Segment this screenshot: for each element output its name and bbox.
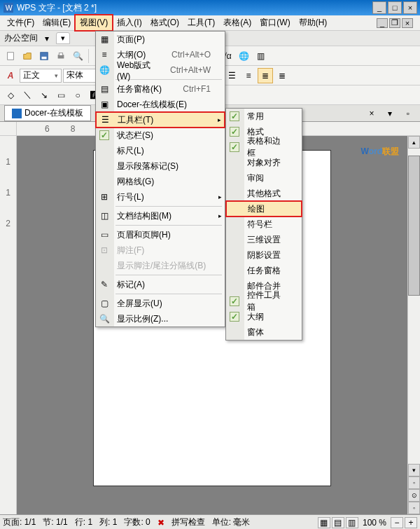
window-controls: _ □ ×: [372, 1, 417, 14]
page-view-icon: ▦: [99, 34, 110, 45]
menu-item-outline[interactable]: ≡ 大纲(O) Ctrl+Alt+O: [96, 47, 225, 62]
distribute-icon[interactable]: ≣: [274, 68, 290, 83]
svg-rect-6: [59, 53, 62, 55]
submenu-item-outline[interactable]: ✓ 大纲: [226, 309, 302, 324]
menu-file[interactable]: 文件(F): [3, 15, 38, 30]
workspace-tab[interactable]: ▾: [56, 32, 70, 44]
minimize-button[interactable]: _: [372, 1, 386, 14]
workspace-dropdown-icon[interactable]: ▾: [39, 31, 55, 46]
tab-list-icon[interactable]: ▾: [382, 106, 398, 121]
style-icon[interactable]: A: [3, 68, 18, 83]
line-icon[interactable]: ＼: [20, 88, 35, 103]
submenu-item-taskpane[interactable]: 任务窗格: [226, 263, 302, 278]
ruler-vertical[interactable]: 1 1 2: [0, 136, 17, 514]
menu-item-taskpane[interactable]: ▤ 任务窗格(K) Ctrl+F1: [96, 81, 225, 97]
save-icon[interactable]: [36, 48, 52, 64]
style-select[interactable]: 正文 ▾: [20, 69, 62, 83]
menu-insert[interactable]: 插入(I): [113, 15, 146, 30]
menu-item-toolbars[interactable]: ☰ 工具栏(T) ▸: [96, 112, 225, 128]
vertical-scrollbar[interactable]: ▴ ▾ ◦ ⊙ ◦: [407, 136, 420, 514]
status-unit[interactable]: 单位: 毫米: [212, 516, 251, 528]
align-right-icon[interactable]: ≡: [241, 68, 256, 83]
scroll-up-button[interactable]: ▴: [408, 136, 420, 149]
menu-window[interactable]: 窗口(W): [255, 15, 294, 30]
submenu-item-symbol[interactable]: 符号栏: [226, 217, 302, 232]
menu-format[interactable]: 格式(O): [146, 15, 183, 30]
new-doc-icon[interactable]: [3, 48, 18, 64]
menu-item-gridlines[interactable]: 网格线(G): [96, 174, 225, 189]
next-page-button[interactable]: ◦: [408, 502, 420, 514]
align-justify-icon[interactable]: ≣: [258, 68, 273, 83]
tab-new-icon[interactable]: ▫: [400, 106, 416, 121]
menu-item-line-numbers[interactable]: ⊞ 行号(L) ▸: [96, 189, 225, 205]
zoom-in-button[interactable]: +: [405, 517, 417, 528]
submenu-item-shadow[interactable]: 阴影设置: [226, 247, 302, 263]
svg-rect-2: [8, 52, 14, 60]
view-mode-3-icon[interactable]: ▥: [346, 517, 358, 528]
shapes-icon[interactable]: ◇: [3, 88, 18, 103]
doc-map-icon: ◫: [99, 210, 110, 221]
menu-item-statusbar[interactable]: ✓ 状态栏(S): [96, 128, 225, 143]
submenu-item-review[interactable]: 审阅: [226, 170, 302, 186]
menu-view[interactable]: 视图(V): [75, 15, 113, 31]
menu-help[interactable]: 帮助(H): [295, 15, 332, 30]
submenu-item-threed[interactable]: 三维设置: [226, 232, 302, 247]
menu-item-fullscreen[interactable]: ▢ 全屏显示(U): [96, 296, 225, 311]
doc-close-button[interactable]: ×: [402, 18, 413, 28]
submenu-item-drawing[interactable]: 绘图: [226, 201, 302, 217]
menu-item-web[interactable]: 🌐 Web版式(W) Ctrl+Alt+W: [96, 62, 225, 78]
view-mode-1-icon[interactable]: ▦: [318, 517, 330, 528]
menu-item-markup[interactable]: ✎ 标记(A): [96, 277, 225, 292]
scroll-down-button[interactable]: ▾: [408, 464, 420, 476]
close-button[interactable]: ×: [403, 1, 417, 14]
hyperlink-icon[interactable]: 🌐: [236, 48, 251, 64]
menu-separator: [115, 275, 222, 275]
submenu-item-tables-borders[interactable]: ✓ 表格和边框: [226, 139, 302, 155]
menu-item-zoom[interactable]: 🔍 显示比例(Z)...: [96, 311, 225, 327]
status-chars[interactable]: 字数: 0: [124, 516, 150, 528]
menu-item-docer[interactable]: ▣ Docer-在线模板(E): [96, 97, 225, 112]
align-center-icon[interactable]: ☰: [224, 68, 239, 83]
print-preview-icon[interactable]: 🔍: [70, 48, 85, 64]
submenu-item-controls[interactable]: ✓ 控件工具箱: [226, 294, 302, 309]
maximize-button[interactable]: □: [388, 1, 402, 14]
prev-page-button[interactable]: ◦: [408, 476, 420, 489]
scroll-thumb[interactable]: [408, 156, 420, 296]
menu-item-paragraph-marks[interactable]: 显示段落标记(S): [96, 158, 225, 174]
outline-icon: ≡: [99, 49, 110, 60]
menubar: 文件(F) 编辑(E) 视图(V) 插入(I) 格式(O) 工具(T) 表格(A…: [0, 15, 420, 31]
chevron-down-icon: ▾: [55, 72, 58, 79]
rect-icon[interactable]: ▭: [53, 88, 69, 103]
columns-icon[interactable]: ▥: [253, 48, 268, 64]
status-spellcheck[interactable]: 拼写检查: [172, 516, 205, 528]
doc-minimize-button[interactable]: _: [377, 18, 388, 28]
submenu-item-forms[interactable]: 窗体: [226, 324, 302, 340]
menu-tools[interactable]: 工具(T): [183, 15, 219, 30]
zoom-value[interactable]: 100 %: [360, 518, 389, 528]
doc-tab-docer[interactable]: Docer-在线模板: [4, 105, 91, 121]
menu-item-page[interactable]: ▦ 页面(P): [96, 32, 225, 47]
arrow-icon[interactable]: ↘: [36, 88, 52, 103]
submenu-item-common[interactable]: ✓ 常用: [226, 109, 302, 124]
oval-icon[interactable]: ○: [70, 88, 85, 103]
menu-table[interactable]: 表格(A): [219, 15, 255, 30]
status-page[interactable]: 页面: 1/1: [3, 516, 36, 528]
submenu-item-other-format[interactable]: 其他格式: [226, 186, 302, 201]
browse-object-button[interactable]: ⊙: [408, 489, 420, 502]
menu-separator: [115, 294, 222, 294]
menu-item-ruler[interactable]: 标尺(L): [96, 143, 225, 158]
zoom-out-button[interactable]: −: [391, 517, 403, 528]
menu-item-header-footer[interactable]: ▭ 页眉和页脚(H): [96, 227, 225, 242]
scroll-track[interactable]: [408, 149, 420, 464]
doc-restore-button[interactable]: ❐: [389, 18, 400, 28]
submenu-item-align[interactable]: 对象对齐: [226, 155, 302, 170]
taskpane-icon: ▤: [99, 83, 110, 95]
status-col: 列: 1: [99, 516, 117, 528]
print-icon[interactable]: [53, 48, 69, 64]
tab-close-icon[interactable]: ×: [364, 106, 379, 121]
menu-item-doc-map[interactable]: ◫ 文档结构图(M) ▸: [96, 208, 225, 224]
style-value: 正文: [23, 69, 40, 81]
open-icon[interactable]: [20, 48, 35, 64]
view-mode-2-icon[interactable]: ▤: [332, 517, 344, 528]
menu-edit[interactable]: 编辑(E): [38, 15, 75, 30]
